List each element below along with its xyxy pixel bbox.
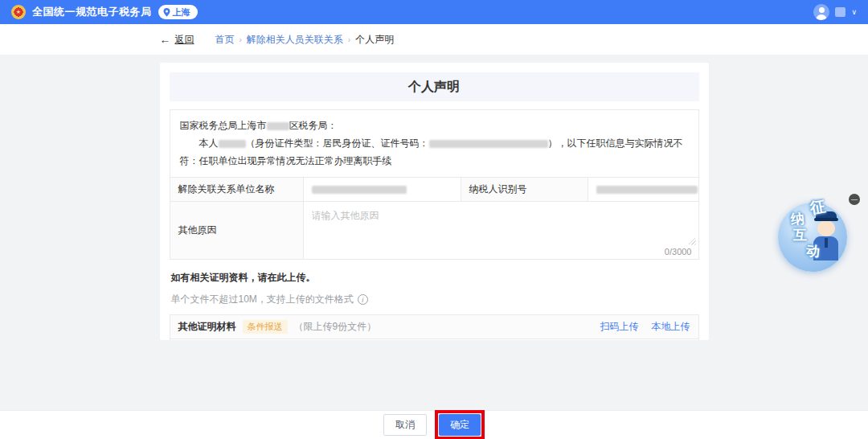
unit-name-value bbox=[303, 177, 461, 201]
info-icon[interactable]: i bbox=[358, 294, 368, 305]
statement-open: （身份证件类型：居民身份证、证件号码： bbox=[246, 137, 429, 149]
other-reason-label: 其他原因 bbox=[170, 201, 303, 259]
back-arrow-icon: ← bbox=[160, 33, 171, 46]
chevron-down-icon[interactable]: ∨ bbox=[851, 8, 857, 16]
taxpayer-id-value bbox=[588, 177, 698, 201]
statement-prefix: 本人 bbox=[199, 137, 219, 149]
file-limit: （限上传9份文件） bbox=[294, 320, 377, 334]
other-reason-input[interactable] bbox=[312, 209, 690, 240]
breadcrumb-parent[interactable]: 解除相关人员关联关系 bbox=[247, 33, 343, 47]
material-title: 其他证明材料 bbox=[178, 320, 236, 334]
taxpayer-id-label: 纳税人识别号 bbox=[461, 177, 588, 201]
commitment-body: 本人上述声明完全真实，如有虚假，愿承担法律责任。本人承担相应解释义务，并承诺积极… bbox=[170, 339, 698, 340]
redacted-username bbox=[835, 7, 845, 17]
target-annotation-box: 确定 bbox=[435, 410, 485, 439]
mascot-face bbox=[817, 220, 835, 236]
breadcrumb: ← 返回 首页 › 解除相关人员关联关系 › 个人声明 bbox=[160, 33, 709, 47]
statement-line: 本人（身份证件类型：居民身份证、证件号码：），以下任职信息与实际情况不符：任职单… bbox=[180, 134, 689, 170]
table-row: 其他原因 0/3000 bbox=[170, 201, 698, 259]
upload-actions: 扫码上传 本地上传 bbox=[600, 320, 690, 334]
page-title: 个人声明 bbox=[170, 72, 699, 101]
redacted-district bbox=[267, 122, 289, 130]
user-avatar[interactable] bbox=[813, 4, 829, 20]
upload-header: 其他证明材料 条件报送 （限上传9份文件） 扫码上传 本地上传 bbox=[170, 315, 698, 339]
tax-bureau-emblem-icon bbox=[11, 5, 26, 19]
back-label: 返回 bbox=[175, 33, 194, 47]
addressee-suffix: 区税务局： bbox=[289, 120, 338, 131]
local-upload-link[interactable]: 本地上传 bbox=[652, 320, 690, 334]
upload-notice: 如有相关证明资料，请在此上传。 bbox=[171, 271, 698, 285]
other-reason-cell: 0/3000 bbox=[303, 201, 698, 259]
table-row: 国家税务总局上海市区税务局： 本人（身份证件类型：居民身份证、证件号码：），以下… bbox=[170, 110, 698, 178]
unit-name-label: 解除关联关系单位名称 bbox=[170, 177, 303, 201]
footer-action-bar: 取消 确定 bbox=[0, 410, 868, 439]
confirm-button[interactable]: 确定 bbox=[439, 414, 481, 436]
breadcrumb-home[interactable]: 首页 bbox=[215, 33, 235, 47]
user-area: ∨ bbox=[813, 4, 857, 20]
breadcrumb-separator: › bbox=[240, 35, 242, 44]
content-area: 个人声明 国家税务总局上海市区税务局： 本人（身份证件类型：居民身份证、证件号码… bbox=[0, 55, 868, 410]
scan-upload-link[interactable]: 扫码上传 bbox=[600, 320, 639, 334]
redacted-name bbox=[219, 140, 246, 148]
breadcrumb-separator: › bbox=[348, 35, 350, 44]
upload-section: 其他证明材料 条件报送 （限上传9份文件） 扫码上传 本地上传 本人上述声明完全… bbox=[170, 314, 699, 340]
site-title: 全国统一规范电子税务局 bbox=[32, 5, 152, 19]
breadcrumb-bar: ← 返回 首页 › 解除相关人员关联关系 › 个人声明 bbox=[0, 24, 868, 55]
declaration-table: 国家税务总局上海市区税务局： 本人（身份证件类型：居民身份证、证件号码：），以下… bbox=[170, 109, 699, 260]
char-counter: 0/3000 bbox=[665, 247, 692, 256]
app-screen: 全国统一规范电子税务局 上海 ∨ ← 返回 首页 › 解除相关人员关联关系 › bbox=[0, 0, 868, 439]
back-button[interactable]: ← 返回 bbox=[160, 33, 194, 47]
breadcrumb-trail: 首页 › 解除相关人员关联关系 › 个人声明 bbox=[215, 33, 395, 47]
tax-interaction-widget[interactable]: 征 纳 互 动 bbox=[778, 203, 847, 272]
location-pin-icon bbox=[163, 8, 170, 17]
redacted-unit-name bbox=[312, 186, 407, 194]
file-hint-row: 单个文件不超过10M，支持上传的文件格式 i bbox=[171, 293, 698, 306]
table-row: 解除关联关系单位名称 纳税人识别号 bbox=[170, 177, 698, 201]
mascot-hat-brim bbox=[814, 218, 838, 221]
redacted-taxpayer-id bbox=[596, 186, 698, 194]
conditional-badge: 条件报送 bbox=[243, 320, 288, 334]
top-navbar: 全国统一规范电子税务局 上海 ∨ bbox=[0, 0, 868, 24]
location-switcher[interactable]: 上海 bbox=[158, 5, 198, 19]
cancel-button[interactable]: 取消 bbox=[383, 414, 427, 436]
redacted-id-number bbox=[429, 140, 548, 148]
widget-minimize-button[interactable]: — bbox=[849, 194, 860, 205]
addressee-line: 国家税务总局上海市区税务局： bbox=[180, 117, 689, 134]
location-label: 上海 bbox=[173, 6, 190, 18]
widget-char: 互 bbox=[793, 226, 807, 244]
declaration-card: 个人声明 国家税务总局上海市区税务局： 本人（身份证件类型：居民身份证、证件号码… bbox=[160, 63, 709, 340]
addressee-statement: 国家税务总局上海市区税务局： 本人（身份证件类型：居民身份证、证件号码：），以下… bbox=[170, 110, 698, 178]
breadcrumb-current: 个人声明 bbox=[355, 33, 394, 47]
addressee-prefix: 国家税务总局上海市 bbox=[180, 120, 267, 131]
mascot-tie bbox=[825, 238, 828, 248]
widget-char: 动 bbox=[805, 241, 821, 261]
file-hint-text: 单个文件不超过10M，支持上传的文件格式 bbox=[171, 293, 354, 306]
